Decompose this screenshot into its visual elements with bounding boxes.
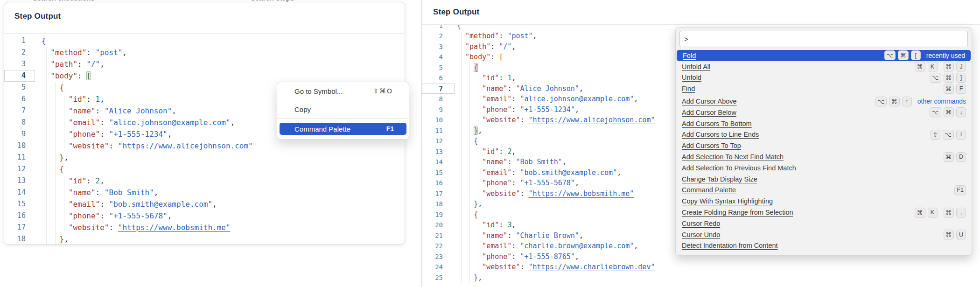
line-number[interactable]: 19 (422, 210, 455, 220)
indent-guide (469, 63, 470, 283)
menu-item-shortcut: F1 (386, 125, 394, 133)
code-line[interactable]: 3 "path": "/", (4, 58, 405, 70)
line-number[interactable]: 24 (422, 262, 455, 273)
command-label: Cursor Redo (682, 220, 720, 227)
command-row-unfold-all[interactable]: Unfold All⌘K⌘J (676, 61, 972, 72)
line-number[interactable]: 3 (4, 58, 35, 70)
line-number[interactable]: 1 (4, 35, 35, 47)
menu-item-command-palette[interactable]: Command PaletteF1 (280, 123, 406, 135)
line-number[interactable]: 5 (4, 82, 35, 93)
command-row-clipped[interactable] (676, 251, 972, 256)
line-number[interactable]: 4 (422, 52, 455, 63)
code-line[interactable]: 25 }, (422, 273, 980, 283)
menu-item-label: Go to Symbol... (294, 87, 373, 95)
keycap-icon: ⌘ (944, 208, 954, 217)
menu-item-shortcut: ⇧⌘O (373, 87, 393, 95)
command-list: Fold⌥⌘[recently usedUnfold All⌘K⌘JUnfold… (676, 50, 972, 256)
line-number[interactable]: 18 (422, 199, 455, 210)
line-number[interactable]: 14 (4, 187, 35, 198)
line-number[interactable]: 16 (4, 210, 35, 222)
code-line[interactable]: 11 }, (4, 152, 405, 163)
line-number[interactable]: 16 (422, 178, 455, 189)
command-label: Unfold (682, 74, 701, 81)
line-number[interactable]: 17 (4, 222, 35, 233)
command-label: Add Selection To Previous Find Match (682, 164, 796, 172)
code-text: "website": "https://www.alicejohnson.com… (35, 140, 405, 152)
line-number[interactable]: 18 (4, 233, 35, 244)
line-number[interactable]: 17 (422, 189, 455, 199)
code-line[interactable]: 1{ (4, 35, 405, 47)
line-number[interactable]: 14 (422, 157, 455, 168)
line-number[interactable]: 9 (422, 105, 455, 115)
line-number[interactable]: 7 (4, 105, 35, 117)
line-number[interactable]: 10 (422, 115, 455, 126)
command-row-command-palette[interactable]: Command PaletteF1 (676, 185, 972, 196)
code-text: { (35, 163, 405, 175)
active-line-number[interactable]: 4 (4, 70, 35, 82)
command-label: Fold (683, 52, 696, 59)
code-text: "phone": "+1-555-5678", (35, 210, 405, 222)
command-row-change-tab-display-size[interactable]: Change Tab Display Size (676, 174, 972, 185)
menu-item-go-to-symbol[interactable]: Go to Symbol...⇧⌘O (277, 82, 409, 100)
line-number[interactable]: 1 (422, 25, 455, 31)
keycap-icon: F1 (954, 185, 966, 195)
editor-context-menu: Go to Symbol...⇧⌘OCopyCommand PaletteF1 (277, 82, 409, 140)
code-line[interactable]: 2 "method": "post", (4, 47, 405, 58)
line-number[interactable]: 2 (422, 31, 455, 42)
menu-item-copy[interactable]: Copy (277, 100, 409, 118)
line-number[interactable]: 13 (422, 147, 455, 157)
code-line[interactable]: 24 "website": "https://www.charliebrown.… (422, 262, 980, 273)
command-label: Add Cursors To Bottom (682, 120, 752, 127)
command-row-copy-with-syntax-highlighting[interactable]: Copy With Syntax Highlighting (676, 196, 972, 207)
line-number[interactable]: 21 (422, 231, 455, 241)
command-label: Add Selection To Next Find Match (682, 153, 784, 161)
line-number[interactable]: 3 (422, 42, 455, 52)
command-row-add-selection-to-next-find-match[interactable]: Add Selection To Next Find Match⌘D (676, 151, 972, 162)
line-number[interactable]: 11 (4, 152, 35, 163)
line-number[interactable]: 13 (4, 175, 35, 187)
code-line[interactable]: 12 { (4, 163, 405, 175)
line-number[interactable]: 10 (4, 140, 35, 152)
line-number[interactable]: 6 (4, 93, 35, 105)
line-number[interactable]: 11 (422, 126, 455, 136)
line-number[interactable]: 12 (422, 136, 455, 147)
page: { "top_strip": { "fragments": [ {"text":… (0, 0, 980, 287)
code-text: "body": [ (35, 70, 405, 82)
command-row-add-cursors-to-bottom[interactable]: Add Cursors To Bottom (676, 118, 972, 129)
text-caret (689, 35, 690, 43)
code-line[interactable]: 4 "body": [ (4, 70, 405, 82)
line-number[interactable]: 25 (422, 273, 455, 283)
command-row-add-cursor-above[interactable]: Add Cursor Above⌥⌘↑other commands (676, 96, 972, 107)
line-number[interactable]: 15 (4, 198, 35, 210)
line-number[interactable]: 23 (422, 252, 455, 262)
command-group-label: recently used (926, 52, 965, 59)
indent-guide (55, 82, 56, 245)
line-number[interactable]: 9 (4, 128, 35, 140)
line-number[interactable]: 2 (4, 47, 35, 58)
line-number[interactable]: 12 (4, 163, 35, 175)
command-row-unfold[interactable]: Unfold⌥⌘] (676, 72, 972, 84)
line-number[interactable]: 6 (422, 73, 455, 84)
command-row-add-selection-to-previous-find-match[interactable]: Add Selection To Previous Find Match (676, 162, 972, 174)
active-line-number[interactable]: 7 (422, 84, 455, 94)
keycap-icon: K (928, 208, 938, 217)
command-row-find[interactable]: Find⌘F (676, 83, 972, 94)
code-line[interactable]: 18 }, (4, 233, 405, 244)
line-number[interactable]: 22 (422, 241, 455, 252)
line-number[interactable]: 15 (422, 168, 455, 178)
line-number[interactable]: 5 (422, 63, 455, 73)
command-row-add-cursor-below[interactable]: Add Cursor Below⌥⌘↓ (676, 107, 972, 118)
command-row-fold[interactable]: Fold⌥⌘[recently used (677, 50, 971, 61)
command-palette-input[interactable]: > (679, 31, 968, 47)
command-row-add-cursors-to-line-ends[interactable]: Add Cursors to Line Ends⇧⌥I (676, 129, 972, 140)
line-number[interactable]: 20 (422, 220, 455, 231)
command-row-create-folding-range-from-selection[interactable]: Create Folding Range from Selection⌘K⌘, (676, 207, 972, 218)
line-number[interactable]: 8 (4, 117, 35, 128)
page-title: Step Output (4, 2, 405, 21)
command-row-add-cursors-to-top[interactable]: Add Cursors To Top (676, 140, 972, 151)
command-row-detect-indentation-from-content[interactable]: Detect Indentation from Content (676, 240, 972, 252)
command-row-cursor-undo[interactable]: Cursor Undo⌘U (676, 229, 972, 240)
command-palette: > Fold⌥⌘[recently usedUnfold All⌘K⌘JUnfo… (675, 27, 972, 256)
line-number[interactable]: 8 (422, 94, 455, 105)
command-row-cursor-redo[interactable]: Cursor Redo (676, 218, 972, 229)
